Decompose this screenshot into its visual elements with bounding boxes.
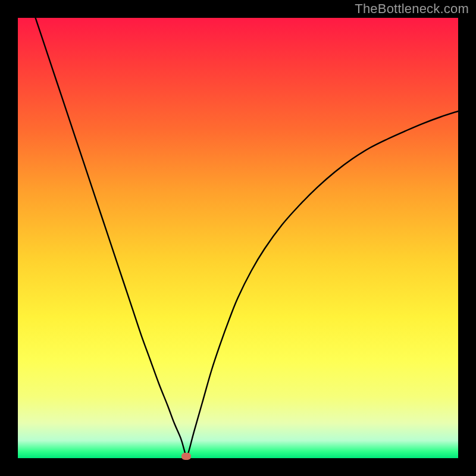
bottleneck-curve: [18, 18, 458, 458]
minimum-marker: [181, 453, 191, 460]
chart-frame: TheBottleneck.com: [0, 0, 476, 476]
watermark-text: TheBottleneck.com: [355, 1, 469, 17]
plot-area: [18, 18, 458, 458]
